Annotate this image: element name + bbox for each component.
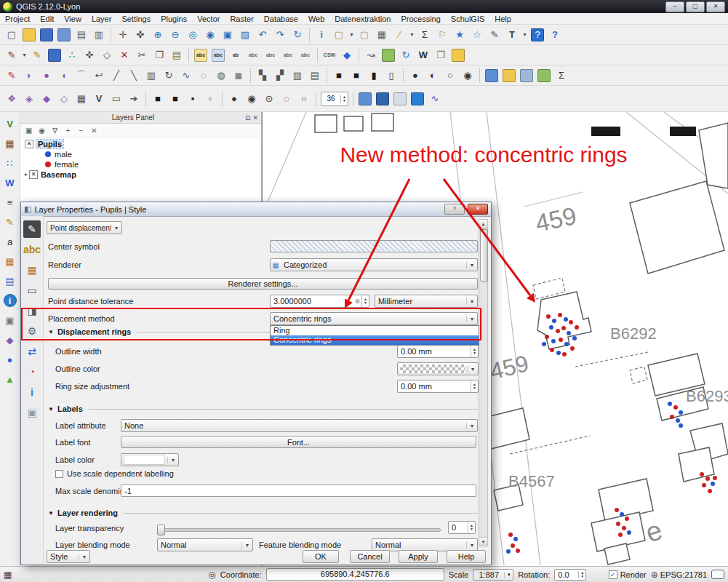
pan-touch-icon[interactable]: ✛ bbox=[115, 27, 131, 43]
label-abc-rect-icon[interactable]: abc bbox=[212, 49, 225, 62]
zoom-in-icon[interactable]: ⊕ bbox=[150, 27, 166, 43]
layer-checkbox-icon[interactable]: ✕ bbox=[25, 140, 33, 148]
toggle-editing-icon[interactable]: ✎ bbox=[29, 47, 45, 63]
layer-item-basemap[interactable]: ▸ ✕ Basemap bbox=[20, 170, 261, 179]
marker-circle-2-icon[interactable]: ◉ bbox=[244, 91, 260, 107]
menu-view[interactable]: View bbox=[59, 14, 87, 24]
max-scale-input[interactable]: -1 bbox=[121, 485, 476, 497]
menu-database[interactable]: Database bbox=[259, 14, 303, 24]
menu-processing[interactable]: Processing bbox=[396, 14, 445, 24]
composer-manager-icon[interactable]: ▥ bbox=[91, 27, 107, 43]
rect-outline-icon[interactable]: ▯ bbox=[383, 68, 399, 84]
marker-circle-4-icon[interactable]: ◌ bbox=[279, 91, 295, 107]
statistical-summary-icon[interactable]: Σ bbox=[417, 27, 433, 43]
annotation-icon[interactable]: ✎ bbox=[487, 27, 503, 43]
tab-metadata[interactable]: i bbox=[23, 383, 41, 401]
circle-half-icon[interactable]: ◐ bbox=[425, 68, 441, 84]
split-features-icon[interactable]: ╱ bbox=[108, 68, 124, 84]
split-parts-icon[interactable]: ╲ bbox=[126, 68, 142, 84]
spin-arrows[interactable]: ▲▼ bbox=[361, 295, 369, 307]
checkbox-box[interactable] bbox=[55, 470, 63, 478]
label-abc-4-icon[interactable]: abc bbox=[297, 47, 313, 63]
select-features-icon[interactable]: ▢ bbox=[331, 27, 347, 43]
circle-dot-icon[interactable]: ◉ bbox=[460, 68, 476, 84]
cut-features-icon[interactable]: ✂ bbox=[134, 47, 150, 63]
v-tool-icon[interactable]: V bbox=[91, 91, 107, 107]
spin-arrows[interactable]: ▲▼ bbox=[471, 380, 478, 392]
raster-stretch-icon[interactable]: ▥ bbox=[289, 68, 305, 84]
ecw-layer-icon[interactable] bbox=[359, 92, 372, 105]
apply-button[interactable]: Apply bbox=[399, 550, 438, 563]
new-bookmark-icon[interactable]: ★ bbox=[452, 27, 468, 43]
purple-plugin-icon[interactable]: ◆ bbox=[2, 332, 18, 348]
layer-label[interactable]: Basemap bbox=[41, 170, 76, 179]
zoom-layer-icon[interactable]: ▨ bbox=[237, 27, 253, 43]
metadata-info-icon[interactable]: i bbox=[4, 294, 17, 307]
tolerance-unit-combobox[interactable]: Millimeter ▾ bbox=[375, 295, 478, 308]
add-wms-layer-icon[interactable]: W bbox=[2, 175, 18, 191]
label-color-button[interactable]: ▾ bbox=[121, 453, 179, 466]
slider-handle[interactable] bbox=[157, 525, 165, 535]
fill-ring-icon[interactable]: ◼ bbox=[231, 68, 247, 84]
render-checkbox[interactable]: ✓ Render bbox=[609, 570, 647, 579]
checkerboard-alt-icon[interactable]: ▞ bbox=[272, 68, 288, 84]
layer-item-pupils[interactable]: ✕ Pupils bbox=[20, 139, 261, 148]
merge-features-icon[interactable]: ▥ bbox=[143, 68, 159, 84]
raster-histogram-icon[interactable]: ▤ bbox=[307, 68, 323, 84]
spin-arrows[interactable]: ▲▼ bbox=[340, 95, 348, 103]
marker-square-2-icon[interactable]: ■ bbox=[167, 91, 183, 107]
deselect-icon[interactable]: ▢ bbox=[356, 27, 372, 43]
globe-plugin-icon[interactable] bbox=[411, 92, 424, 105]
marker-circle-3-icon[interactable]: ⊙ bbox=[261, 91, 277, 107]
dropdown-option-concentric-rings[interactable]: Concentric rings bbox=[271, 335, 479, 345]
close-panel-icon[interactable]: ✕ bbox=[252, 114, 258, 121]
clear-icon[interactable]: ⊗ bbox=[353, 298, 362, 305]
layer-blending-combobox[interactable]: Normal ▾ bbox=[157, 538, 253, 551]
rotate-feature-icon[interactable]: ↻ bbox=[161, 68, 177, 84]
menu-edit[interactable]: Edit bbox=[35, 14, 59, 24]
placement-method-combobox[interactable]: Concentric rings ▾ bbox=[270, 312, 478, 325]
ring-size-spinbox[interactable]: 0.00 mm ▲▼ bbox=[397, 380, 479, 393]
window-titlebar[interactable]: QGIS 2.12.0-Lyon ─ ▢ ✕ bbox=[0, 0, 728, 13]
add-group-icon[interactable]: ▣ bbox=[23, 125, 34, 136]
dialog-scrollbar[interactable]: ▲ ▼ bbox=[479, 219, 488, 546]
scrollbar-thumb[interactable] bbox=[480, 229, 488, 282]
menu-datenextraktion[interactable]: Datenextraktion bbox=[329, 14, 396, 24]
dialog-titlebar[interactable]: ◧ Layer Properties - Pupils | Style ? ✕ bbox=[21, 202, 491, 217]
marker-square-small-icon[interactable]: ▪ bbox=[185, 91, 201, 107]
label-abc-1-icon[interactable]: abc bbox=[245, 47, 261, 63]
layer-label[interactable]: Pupils bbox=[36, 140, 63, 148]
copy-style-icon[interactable]: ❐ bbox=[433, 47, 449, 63]
node-tool-icon[interactable]: ◇ bbox=[99, 47, 115, 63]
menu-settings[interactable]: Settings bbox=[116, 14, 156, 24]
menu-help[interactable]: Help bbox=[489, 14, 516, 24]
current-edits-icon[interactable]: ✎ bbox=[4, 47, 20, 63]
advanced-digitizing-icon[interactable]: ✎ bbox=[4, 68, 20, 84]
layer-checkbox-icon[interactable]: ✕ bbox=[29, 170, 38, 179]
legend-item-male[interactable]: male bbox=[20, 149, 261, 159]
metasearch-icon[interactable]: ◆ bbox=[339, 47, 355, 63]
style-button[interactable]: Style ▾ bbox=[47, 550, 90, 563]
save-edits-icon[interactable] bbox=[48, 49, 61, 62]
georeferencer-icon[interactable] bbox=[537, 69, 551, 82]
remove-layer-icon[interactable]: ✕ bbox=[89, 125, 100, 136]
marker-circle-5-icon[interactable]: ○ bbox=[296, 91, 312, 107]
tab-fields[interactable]: ▦ bbox=[23, 261, 41, 279]
filter-legend-icon[interactable]: ∇ bbox=[49, 125, 60, 136]
spin-arrows[interactable]: ▲▼ bbox=[471, 346, 478, 357]
wcs-layer-icon[interactable] bbox=[376, 92, 389, 105]
manage-visibility-icon[interactable]: ◉ bbox=[36, 125, 47, 136]
labels-section[interactable]: ▼ Labels bbox=[48, 404, 478, 413]
transparency-spinbox[interactable]: 0 ▲▼ bbox=[448, 521, 476, 534]
clip-icon[interactable]: ◆ bbox=[39, 91, 55, 107]
expand-all-icon[interactable]: + bbox=[63, 125, 73, 136]
collapse-all-icon[interactable]: − bbox=[76, 125, 87, 136]
raster-calculator-icon[interactable] bbox=[520, 69, 533, 82]
offset-curve-icon[interactable]: ⌒ bbox=[73, 68, 89, 84]
label-ab-icon[interactable]: ab bbox=[228, 47, 244, 63]
add-mssql-icon[interactable]: ▤ bbox=[2, 273, 18, 289]
spin-arrows[interactable]: ▲▼ bbox=[578, 571, 585, 578]
pan-map-icon[interactable]: ✜ bbox=[132, 27, 148, 43]
dialog-help-icon[interactable]: ? bbox=[444, 204, 465, 215]
simplify-feature-icon[interactable]: ∿ bbox=[178, 68, 194, 84]
